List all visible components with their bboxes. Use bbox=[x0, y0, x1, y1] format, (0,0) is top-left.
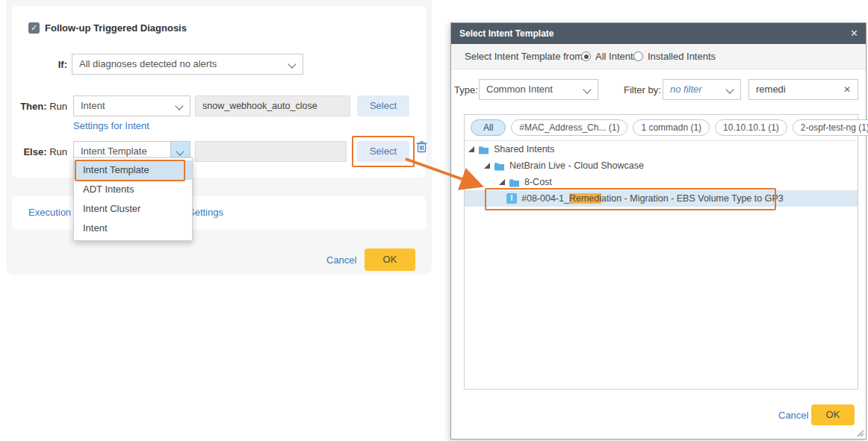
chevron-down-icon bbox=[725, 85, 734, 93]
tree-node-label: Shared Intents bbox=[494, 144, 554, 154]
type-select[interactable]: Common Intent bbox=[479, 79, 598, 100]
chevron-down-icon bbox=[583, 85, 591, 93]
resize-grip[interactable] bbox=[857, 430, 864, 437]
folder-icon bbox=[478, 145, 489, 154]
else-type-value: Intent Template bbox=[81, 146, 147, 157]
tree-node-shared-intents[interactable]: Shared Intents bbox=[465, 141, 858, 157]
pill-10-10-10-1[interactable]: 10.10.10.1 (1) bbox=[715, 119, 787, 136]
search-value: remedi bbox=[756, 84, 786, 95]
from-label: Select Intent Template from: bbox=[465, 51, 586, 62]
radio-all-intents[interactable] bbox=[581, 51, 591, 61]
search-input[interactable]: remedi ✕ bbox=[748, 79, 858, 100]
then-target-field[interactable]: snow_webhook_auto_close bbox=[195, 96, 350, 116]
dialog-cancel-button[interactable]: Cancel bbox=[326, 254, 356, 266]
annotation-box-tree-result bbox=[485, 188, 776, 210]
modal-title: Select Intent Template bbox=[459, 23, 554, 44]
tag-pills-row: All #MAC_Address_Ch... (1) 1 commadn (1)… bbox=[465, 115, 858, 141]
source-radio-row: Select Intent Template from: All Intents… bbox=[451, 44, 866, 69]
modal-cancel-button[interactable]: Cancel bbox=[778, 410, 808, 421]
follow-up-checkbox[interactable]: ✓ bbox=[28, 22, 40, 34]
modal-ok-button[interactable]: OK bbox=[811, 404, 855, 425]
pill-2-ospf-test-ng[interactable]: 2-ospf-test-ng (1) bbox=[793, 119, 868, 136]
select-intent-template-modal: Select Intent Template ✕ Select Intent T… bbox=[450, 22, 867, 440]
else-target-field[interactable] bbox=[195, 141, 347, 162]
then-select-button[interactable]: Select bbox=[357, 96, 409, 116]
if-label: If: bbox=[19, 59, 67, 70]
triggered-diagnosis-dialog: ✓ Follow-up Triggered Diagnosis If: All … bbox=[6, 0, 432, 275]
clear-search-icon[interactable]: ✕ bbox=[843, 80, 851, 99]
radio-installed-intents[interactable] bbox=[633, 51, 643, 61]
dropdown-option-adt-intents[interactable]: ADT Intents bbox=[74, 180, 192, 199]
then-type-select[interactable]: Intent bbox=[73, 96, 190, 116]
settings-link[interactable]: Settings bbox=[188, 207, 223, 218]
trash-icon[interactable] bbox=[416, 140, 427, 153]
modal-titlebar: Select Intent Template ✕ bbox=[451, 23, 866, 44]
settings-for-intent-link[interactable]: Settings for Intent bbox=[73, 120, 149, 131]
then-type-value: Intent bbox=[81, 100, 105, 111]
chevron-down-icon bbox=[288, 60, 296, 68]
pill-all[interactable]: All bbox=[471, 119, 506, 136]
check-icon: ✓ bbox=[31, 23, 37, 32]
dialog-ok-button[interactable]: OK bbox=[365, 248, 415, 271]
filter-by-label: Filter by: bbox=[624, 84, 661, 96]
pill-1-commadn[interactable]: 1 commadn (1) bbox=[633, 119, 710, 136]
if-condition-select[interactable]: All diagnoses detected no alerts bbox=[72, 54, 303, 75]
type-value: Common Intent bbox=[486, 84, 553, 95]
folder-icon bbox=[494, 161, 505, 171]
filter-value: no filter bbox=[670, 84, 702, 95]
folder-icon bbox=[509, 178, 520, 187]
pill-mac-address[interactable]: #MAC_Address_Ch... (1) bbox=[511, 119, 627, 136]
tree-node-label: 8-Cost bbox=[524, 177, 552, 187]
annotation-box-select-button bbox=[352, 136, 415, 167]
type-label: Type: bbox=[454, 84, 478, 96]
then-target-value: snow_webhook_auto_close bbox=[202, 101, 317, 111]
follow-up-checkbox-label: Follow-up Triggered Diagnosis bbox=[45, 22, 187, 34]
annotation-box-intent-template-option bbox=[75, 160, 185, 181]
tree-node-netbrain-live[interactable]: NetBrain Live - Cloud Showcase bbox=[465, 157, 858, 174]
dropdown-option-intent[interactable]: Intent bbox=[74, 219, 192, 238]
intent-tree-panel: All #MAC_Address_Ch... (1) 1 commadn (1)… bbox=[464, 114, 858, 390]
radio-all-intents-label: All Intents bbox=[595, 51, 638, 62]
chevron-down-icon bbox=[176, 147, 184, 155]
filter-select[interactable]: no filter bbox=[663, 79, 741, 100]
execution-link[interactable]: Execution bbox=[28, 207, 71, 218]
then-run-label: Then: Run bbox=[19, 101, 67, 112]
screen: ✓ Follow-up Triggered Diagnosis If: All … bbox=[0, 0, 868, 441]
expander-icon[interactable] bbox=[468, 146, 474, 152]
close-icon[interactable]: ✕ bbox=[850, 23, 858, 44]
chevron-down-icon bbox=[175, 101, 183, 110]
expander-icon[interactable] bbox=[484, 163, 490, 169]
tree-node-label: NetBrain Live - Cloud Showcase bbox=[509, 160, 644, 171]
dropdown-option-intent-cluster[interactable]: Intent Cluster bbox=[74, 199, 192, 219]
radio-installed-intents-label: Installed Intents bbox=[648, 51, 716, 62]
expander-icon[interactable] bbox=[499, 179, 505, 185]
if-condition-value: All diagnoses detected no alerts bbox=[79, 58, 217, 69]
else-run-label: Else: Run bbox=[19, 146, 67, 157]
diagnosis-form-card: ✓ Follow-up Triggered Diagnosis If: All … bbox=[12, 6, 426, 178]
